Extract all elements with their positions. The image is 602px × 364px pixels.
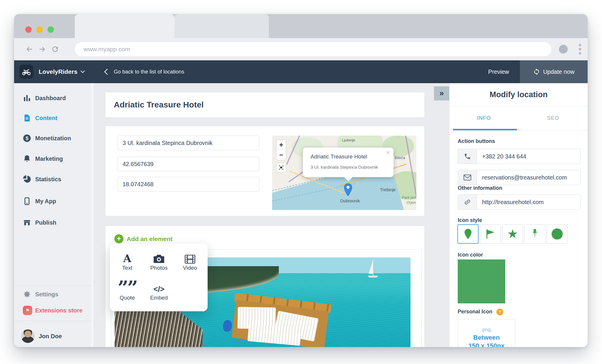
browser-menu-icon[interactable] [579,44,581,46]
website-input[interactable] [477,195,580,209]
preview-button[interactable]: Preview [488,60,509,83]
menu-item-photos[interactable]: Photos [146,251,172,271]
document-icon [23,114,31,122]
back-to-locations-link[interactable]: Go back to the list of locations [114,60,184,83]
flag-icon [485,229,495,239]
icon-color-label: Icon color [458,252,483,258]
icon-style-star[interactable]: ★ [502,224,523,244]
icon-style-label: Icon style [458,217,482,223]
menu-item-label: Embed [146,295,172,301]
brand-name[interactable]: LovelyRiders [39,60,77,83]
camera-icon [146,251,172,264]
location-form-card: Ljubinje Bileća Trebinje Dubrovnik Park … [106,126,424,216]
close-window-button[interactable] [25,26,32,33]
menu-item-embed[interactable]: </> Embed [146,281,172,301]
sidebar-item-marketing[interactable]: Marketing [14,152,91,166]
sidebar-item-monetization[interactable]: $ Monetization [14,131,91,145]
sidebar-item-statistics[interactable]: Statistics [14,172,91,186]
location-map[interactable]: Ljubinje Bileća Trebinje Dubrovnik Park … [272,136,416,210]
menu-item-label: Photos [146,265,172,271]
menu-item-text[interactable]: A Text [114,251,140,271]
browser-menu-icon[interactable] [579,48,581,50]
personal-icon-upload[interactable]: .png, Between 150 x 150px [458,319,515,347]
maximize-window-button[interactable] [48,26,54,33]
browser-tab-active[interactable] [75,14,174,38]
text-icon: A [114,251,140,264]
forward-icon[interactable] [38,45,46,53]
upload-hint-format: .png, [458,326,515,334]
add-element-menu: A Text Photos Video ”” Quote </> Embed [110,244,208,311]
reload-icon[interactable] [51,45,59,53]
fullscreen-icon [279,165,284,170]
browser-window: www.myapp.com LovelyRiders Go back to th… [14,14,588,347]
sidebar-item-label: Statistics [35,172,61,186]
sidebar-item-my-app[interactable]: My App [14,194,91,208]
address-bar[interactable]: www.myapp.com [75,42,551,56]
sidebar-item-extensions-store[interactable]: ⚑ Extensions store [14,303,91,317]
chevron-down-icon[interactable] [80,70,85,73]
circle-icon [552,228,563,240]
gear-icon [23,290,31,298]
map-label: Orjen [406,200,416,205]
email-input[interactable] [477,170,580,185]
map-zoom-controls: + − [276,140,286,160]
address-input[interactable] [118,136,259,150]
storefront-icon [23,218,31,227]
add-element-button[interactable]: Add an element [127,234,172,243]
browser-toolbar: www.myapp.com [14,38,588,60]
menu-item-label: Text [114,265,140,271]
zoom-in-button[interactable]: + [277,140,286,150]
user-name[interactable]: Jon Doe [39,329,62,343]
sidebar-item-settings[interactable]: Settings [14,287,91,301]
menu-item-label: Video [177,265,203,271]
sidebar-divider [14,321,91,321]
collapse-panel-button[interactable]: » [434,86,449,100]
map-popup: Adriatic Treasure Hotel 3 Ul. kardinala … [303,148,394,177]
tab-info[interactable]: INFO [450,107,518,131]
brand-logo[interactable] [19,65,33,79]
map-marker-icon[interactable] [344,183,352,196]
fullscreen-button[interactable] [276,163,286,172]
sidebar-item-label: Content [35,111,57,125]
add-icon[interactable]: + [114,234,123,243]
browser-profile-icon[interactable] [559,45,568,54]
sidebar-item-publish[interactable]: Publish [14,216,91,230]
map-popup-title: Adriatic Treasure Hotel [311,153,367,160]
other-information-label: Other information [458,185,502,191]
smartphone-icon [23,197,31,205]
map-label: Park prir [402,195,416,200]
back-icon[interactable] [25,45,33,53]
icon-color-swatch[interactable] [458,259,505,303]
chevron-left-icon[interactable] [104,69,108,75]
sidebar-item-label: Marketing [35,152,63,166]
menu-item-quote[interactable]: ”” Quote [114,281,140,301]
icon-style-flag[interactable] [480,224,501,244]
zoom-out-button[interactable]: − [277,150,286,160]
tab-seo[interactable]: SEO [519,107,588,131]
personal-icon-label: Personal Icon [458,309,492,315]
minimize-window-button[interactable] [36,26,43,33]
map-label: Ljubinje [342,138,355,142]
phone-field-group [458,149,581,164]
update-now-button[interactable]: Update now [520,60,588,83]
browser-tab-inactive[interactable] [174,14,269,38]
close-icon[interactable]: × [386,149,390,156]
avatar[interactable] [21,329,35,343]
longitude-input[interactable] [118,177,259,192]
sidebar-item-dashboard[interactable]: Dashboard [14,91,91,105]
sidebar-divider [14,286,91,286]
phone-input[interactable] [477,149,580,164]
sidebar-item-content[interactable]: Content [14,111,91,125]
help-icon[interactable]: ? [496,309,503,315]
icon-style-pushpin[interactable] [524,224,545,244]
sidebar-item-label: Dashboard [35,91,66,105]
icon-style-pin[interactable] [457,224,479,244]
menu-item-video[interactable]: Video [177,251,203,271]
browser-tab-strip [14,14,588,38]
action-buttons-label: Action buttons [458,138,495,144]
latitude-input[interactable] [118,157,259,171]
map-label: Dubrovnik [340,198,360,203]
icon-style-circle[interactable] [547,224,568,244]
phone-icon [458,149,477,164]
browser-menu-icon[interactable] [579,52,581,54]
